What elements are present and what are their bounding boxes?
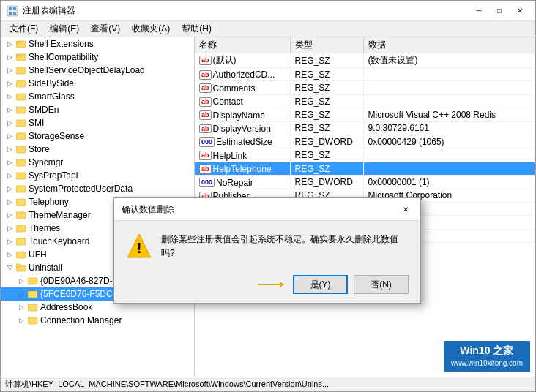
- no-button[interactable]: 否(N): [354, 275, 409, 294]
- dialog-footer: 是(Y) 否(N): [114, 269, 420, 303]
- dialog-close-button[interactable]: ✕: [398, 203, 413, 216]
- dialog-message: 删除某些注册表值会引起系统不稳定。确实要永久删除此数值吗?: [161, 233, 409, 260]
- warning-icon: !: [126, 233, 152, 259]
- arrow-indicator: [255, 276, 284, 293]
- dialog-overlay: 确认数值删除 ✕ ! 删除某些注册表值会引起系统不稳定。确实要永久删除此数值吗?…: [0, 0, 536, 392]
- dialog-title-bar: 确认数值删除 ✕: [114, 198, 420, 221]
- dialog-body: ! 删除某些注册表值会引起系统不稳定。确实要永久删除此数值吗?: [114, 221, 420, 269]
- dialog-title-text: 确认数值删除: [122, 203, 174, 216]
- svg-text:!: !: [137, 240, 142, 256]
- yes-button[interactable]: 是(Y): [293, 275, 348, 294]
- confirm-dialog: 确认数值删除 ✕ ! 删除某些注册表值会引起系统不稳定。确实要永久删除此数值吗?…: [113, 197, 421, 304]
- svg-marker-33: [280, 282, 284, 287]
